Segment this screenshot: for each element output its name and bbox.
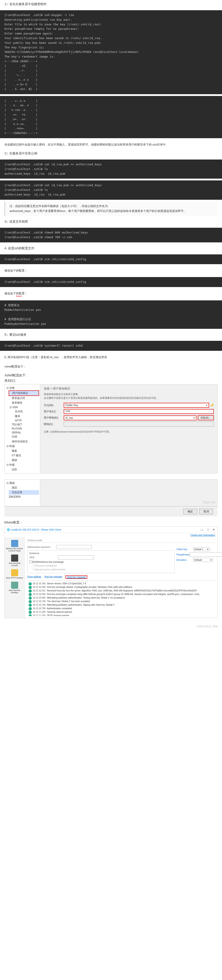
tree-login-prompt[interactable]: 登录提示符 (9, 396, 39, 401)
info-icon: i (29, 604, 32, 607)
terminal-vim-2: [root@localhost .ssh]# vim /etc/ssh/sshd… (0, 277, 222, 287)
gssapi-label: gssapi-keyex authentication (36, 568, 66, 571)
maximize-icon[interactable]: □ (207, 528, 209, 531)
rdp-icon (11, 582, 18, 589)
bitvise-window: 🌐 root@192.168.229.130:22 - Bitvise SSH … (5, 526, 217, 618)
tree-login-script[interactable]: 登录脚本 (9, 401, 39, 405)
tree-telnet[interactable]: TELNET (9, 423, 39, 426)
log-time: 18:12:10.746 (33, 600, 46, 603)
side-sftp[interactable]: New SFTP window (6, 568, 24, 580)
tree-vtmode[interactable]: VT 模式 (9, 453, 39, 458)
panel-icon (11, 540, 18, 547)
close-icon[interactable]: ✕ (212, 528, 215, 531)
info-icon: i (29, 589, 32, 593)
bitvise-menu-link[interactable]: Closing and minimization (5, 533, 217, 537)
log-message: First key exchange started. Cryptographi… (47, 586, 132, 589)
note-modify-2: 修改如下的配置： (0, 289, 222, 299)
log-time: 18:12:11.035 (33, 611, 46, 614)
clientkey-select[interactable]: Global 1▾ (193, 547, 209, 551)
username-input[interactable]: root (64, 409, 214, 414)
side-terminal[interactable]: New terminal console (6, 553, 24, 568)
xshell-window-2: 高级 跟踪 日志记录 ZMODEM https://b (5, 479, 217, 506)
tree-appearance[interactable]: 外观 (6, 463, 39, 467)
password-label: 密码(A): (44, 422, 64, 426)
log-message: Authentication completed. (47, 607, 72, 610)
log-time: 18:12:10.636 (33, 593, 46, 596)
obfus-label: Obfuscation keyword (27, 546, 56, 548)
tree-tunnel[interactable]: 隧道 (12, 414, 39, 418)
key-icon: 🔑 (211, 404, 214, 407)
log-message: The client key 'Global 1' has been accep… (47, 600, 90, 603)
password-input[interactable] (64, 422, 214, 426)
tree2-trace[interactable]: 跟踪 (9, 485, 39, 490)
terminal-icon (11, 555, 18, 562)
proxy-link[interactable]: Proxy settings (27, 576, 41, 579)
tree2-log[interactable]: 日志记录 (9, 490, 39, 495)
tree-advanced[interactable]: 高级 (9, 458, 39, 463)
gss-checkbox[interactable] (29, 560, 32, 563)
info-icon: i (29, 611, 32, 614)
gssapi-checkbox (33, 568, 36, 571)
bitvise-main: Default profile Obfuscation keyword Kerb… (25, 537, 217, 618)
tree-terminal[interactable]: 终端 (6, 444, 39, 449)
tree-keyboard[interactable]: 键盘 (9, 449, 39, 453)
hostkey-link[interactable]: Host key manager (44, 576, 62, 579)
tree-margin[interactable]: 边距 (9, 467, 39, 472)
log-message: First key exchange completed using diffi… (47, 593, 200, 596)
xshell-config-label: xshell配置如下： (0, 362, 222, 371)
clientkey-more[interactable]: … (211, 548, 213, 550)
bitvise-right-panel: Client keyGlobal 1▾… Passphrase Elevatio… (175, 544, 215, 581)
panel-desc-1: 请选择身份验证方法和其它参数。 (44, 393, 80, 396)
terminal-sshd-config: # 加密算法 RSAAuthentication yes # 使用密钥进行认证 … (0, 301, 222, 329)
side-control-panel[interactable]: Bitvise SSH Server Control Panel (6, 539, 24, 553)
tree-sftp[interactable]: SFTP (12, 418, 39, 423)
info-icon: i (29, 614, 32, 616)
log-time: 18:12:11.035 (33, 614, 46, 616)
reqdel-checkbox (33, 564, 36, 567)
terminal-vim-1: [root@localhost .ssh]# vim /etc/ssh/sshd… (0, 255, 222, 264)
xshell-form-panel: 连接 > 用户身份验证 请选择身份验证方法和其它参数。 会话属性中此部分是为了登… (40, 384, 217, 473)
cancel-button[interactable]: 取消 (199, 509, 213, 514)
bitvise-links: Proxy settings Host key manager Client k… (27, 574, 175, 581)
minimize-icon[interactable]: — (200, 528, 204, 531)
userkey-select[interactable]: id_rsa (64, 415, 197, 420)
csdn-watermark: CSDN @先头_奔驰 (0, 622, 222, 635)
passphrase-input[interactable] (189, 552, 222, 557)
tree-keepalive[interactable]: 保持活动状态 (9, 439, 39, 444)
tree-security[interactable]: 安全性 (12, 409, 39, 414)
xshell-panel-2: https://b (40, 479, 217, 506)
tree2-advanced[interactable]: 高级 (6, 481, 39, 485)
userkey-label: 用户密钥(K): (44, 416, 64, 420)
ok-button[interactable]: 确定 (183, 509, 197, 514)
note-authorized-keys: 注：此处特别要注意文件名称不能错误（包括大小写），存放公钥的文件名为: auth… (5, 202, 217, 216)
tree-proxy[interactable]: 代理 (9, 434, 39, 439)
panel-desc: 请选择身份验证方法和其它参数。 会话属性中此部分是为了登录过程更便捷而提供的。如… (44, 392, 214, 400)
bitvise-tabs: Default profile (27, 539, 215, 543)
bitvise-titlebar: 🌐 root@192.168.229.130:22 - Bitvise SSH … (5, 527, 217, 533)
log-message: Terminal channel opened. (47, 611, 72, 614)
step-5-title: 5）重启ssh服务 (0, 331, 222, 339)
log-time: 18:12:10.789 (33, 607, 46, 610)
log-time: 18:12:10.421 (33, 589, 46, 593)
tree2-zmodem[interactable]: ZMODEM (6, 495, 39, 499)
tree-serial[interactable]: SERIAL (9, 431, 39, 434)
log-time: 18:12:10.206 (33, 582, 46, 585)
clientkey-link[interactable]: Client key manager (65, 576, 87, 579)
obfus-input[interactable] (56, 545, 92, 549)
side-rdp[interactable]: New Remote Desktop (6, 580, 24, 595)
tree-ssh[interactable]: SSH (9, 405, 39, 409)
spn-input[interactable] (58, 555, 94, 559)
bitvise-sidebar: Bitvise SSH Server Control Panel New ter… (5, 537, 25, 618)
panel-desc-2: 会话属性中此部分是为了登录过程更便捷而提供的。如果需要安全性的很高的状态的话建议… (44, 396, 159, 399)
tree-connection[interactable]: 连接 (6, 386, 39, 390)
browse-button[interactable]: 浏览(B)… (198, 415, 214, 420)
tree-rlogin[interactable]: RLOGIN (9, 426, 39, 431)
spn-label: SPN (29, 556, 58, 559)
kerberos-title: Kerberos (29, 552, 173, 555)
elevation-select[interactable]: Default▾ (193, 558, 213, 562)
sftp-icon (11, 569, 18, 576)
tree-auth[interactable]: 用户身份验证 (9, 390, 39, 396)
breadcrumb: 连接 > 用户身份验证 (44, 387, 214, 391)
note-mod2-a: 修改如下 (5, 292, 16, 295)
method-select[interactable]: Public Key (64, 403, 209, 408)
